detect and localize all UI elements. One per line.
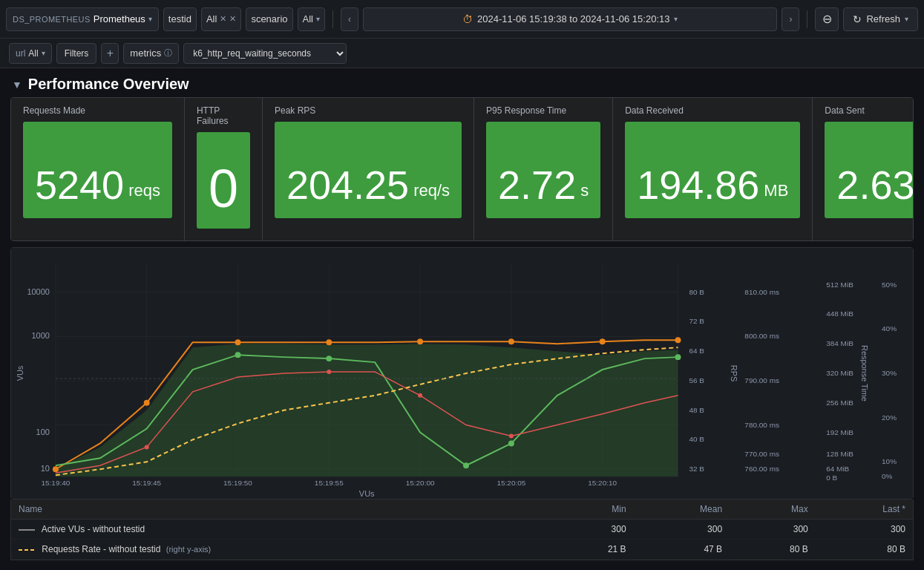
zoom-out-button[interactable]: ⊖	[815, 7, 839, 31]
svg-point-73	[418, 393, 422, 398]
main-chart-svg: 10000 1000 100 10 VUs 15:19:40 15:19:45 …	[11, 248, 913, 499]
add-filter-button[interactable]: +	[101, 43, 119, 64]
scenario-all-label: All	[303, 13, 313, 24]
svg-text:790.00 ms: 790.00 ms	[744, 376, 779, 384]
svg-text:20%: 20%	[882, 413, 897, 422]
stat-card-failures: HTTP Failures 0	[185, 98, 263, 240]
stat-card-p95: P95 Response Time 2.72 s	[474, 98, 613, 240]
svg-text:VUs: VUs	[16, 365, 24, 381]
refresh-button[interactable]: ↻ Refresh ▾	[843, 7, 918, 31]
svg-text:128 MiB: 128 MiB	[826, 450, 853, 458]
svg-text:Response Time: Response Time	[860, 345, 869, 402]
svg-text:10%: 10%	[882, 457, 897, 465]
svg-point-65	[675, 337, 681, 343]
bar-separator-1	[332, 10, 333, 28]
all-pill[interactable]: All ✕ ✕	[201, 7, 241, 31]
stat-inner-p95: 2.72 s	[486, 122, 600, 218]
ds-label: DS_PROMETHEUS	[13, 15, 91, 24]
stat-label-requests: Requests Made	[23, 105, 172, 116]
time-range-chevron: ▾	[674, 15, 678, 23]
row1-name: Active VUs - without testid	[11, 520, 548, 540]
svg-text:10: 10	[41, 464, 50, 473]
stat-unit-p95: s	[580, 181, 589, 200]
all-expand-icon[interactable]: ✕	[229, 14, 236, 24]
svg-text:56 B: 56 B	[689, 376, 704, 384]
col-name: Name	[11, 499, 548, 520]
testid-label: testid	[168, 13, 191, 24]
table-row[interactable]: Requests Rate - without testid (right y-…	[11, 540, 913, 560]
refresh-chevron: ▾	[905, 15, 908, 23]
svg-point-67	[326, 356, 332, 361]
stat-label-sent: Data Sent	[825, 105, 914, 116]
col-max: Max	[730, 499, 816, 520]
svg-text:770.00 ms: 770.00 ms	[744, 450, 779, 458]
stat-value-p95: 2.72	[498, 165, 576, 205]
all-label: All	[206, 13, 217, 24]
metrics-info-icon[interactable]: ⓘ	[164, 48, 172, 59]
scenario-label: scenario	[251, 13, 287, 24]
svg-text:15:19:50: 15:19:50	[223, 479, 252, 487]
svg-text:40 B: 40 B	[689, 435, 704, 443]
stat-inner-rps: 204.25 req/s	[275, 122, 462, 218]
scenario-all-pill[interactable]: All ▾	[298, 7, 325, 31]
metrics-label-segment: metrics ⓘ	[123, 43, 179, 64]
stat-label-failures: HTTP Failures	[197, 105, 250, 126]
stat-label-received: Data Received	[625, 105, 800, 116]
time-range-text: 2024-11-06 15:19:38 to 2024-11-06 15:20:…	[477, 13, 670, 24]
filters-button[interactable]: Filters	[56, 43, 97, 64]
time-nav-prev[interactable]: ‹	[341, 7, 358, 31]
url-chevron: ▾	[42, 49, 45, 57]
row1-max: 300	[730, 520, 816, 540]
svg-text:RPS: RPS	[730, 365, 738, 381]
datasource-selector[interactable]: DS_PROMETHEUS Prometheus ▾	[6, 7, 159, 31]
stat-value-sent: 2.63	[836, 165, 914, 205]
svg-point-62	[417, 338, 423, 344]
refresh-label: Refresh	[866, 13, 900, 24]
row1-last: 300	[816, 520, 913, 540]
svg-point-61	[326, 339, 332, 345]
stat-value-received: 194.86	[637, 165, 759, 205]
time-range-picker[interactable]: ⏱ 2024-11-06 15:19:38 to 2024-11-06 15:2…	[363, 7, 778, 31]
svg-text:48 B: 48 B	[689, 406, 704, 414]
col-mean: Mean	[634, 499, 730, 520]
stat-inner-received: 194.86 MB	[625, 122, 800, 218]
svg-text:0%: 0%	[882, 472, 893, 480]
stat-card-rps: Peak RPS 204.25 req/s	[263, 98, 474, 240]
svg-text:1000: 1000	[32, 331, 50, 340]
table-row[interactable]: Active VUs - without testid 300 300 300 …	[11, 520, 913, 540]
clock-icon: ⏱	[462, 13, 473, 25]
url-all-value: All	[28, 48, 38, 59]
svg-text:15:20:05: 15:20:05	[497, 479, 525, 487]
svg-point-60	[235, 339, 241, 345]
testid-pill[interactable]: testid	[163, 7, 197, 31]
scenario-chevron: ▾	[316, 15, 320, 23]
add-icon: +	[107, 47, 114, 60]
svg-text:15:19:55: 15:19:55	[315, 479, 344, 487]
scenario-pill[interactable]: scenario	[246, 7, 292, 31]
svg-text:32 B: 32 B	[689, 465, 704, 473]
filters-label: Filters	[65, 48, 89, 59]
svg-point-63	[508, 338, 514, 344]
svg-point-59	[144, 400, 150, 406]
stat-value-requests: 5240	[35, 165, 124, 205]
row2-name: Requests Rate - without testid (right y-…	[11, 540, 548, 560]
collapse-icon[interactable]: ▼	[12, 79, 22, 91]
stat-card-received: Data Received 194.86 MB	[613, 98, 813, 240]
row2-min: 21 B	[548, 540, 634, 560]
svg-point-69	[508, 440, 514, 446]
svg-text:320 MiB: 320 MiB	[826, 369, 853, 377]
row2-mean: 47 B	[634, 540, 730, 560]
time-nav-next[interactable]: ›	[782, 7, 799, 31]
svg-text:72 B: 72 B	[689, 317, 704, 325]
svg-point-58	[53, 466, 59, 472]
url-filter[interactable]: url All ▾	[9, 43, 52, 64]
svg-text:10000: 10000	[27, 287, 49, 296]
stat-inner-sent: 2.63 MB	[825, 122, 914, 218]
svg-text:780.00 ms: 780.00 ms	[744, 421, 779, 429]
col-min: Min	[548, 499, 634, 520]
metrics-select[interactable]: k6_http_req_waiting_seconds	[183, 43, 347, 64]
all-close-icon[interactable]: ✕	[220, 14, 226, 24]
svg-text:15:19:45: 15:19:45	[132, 479, 161, 487]
svg-text:50%: 50%	[882, 281, 897, 289]
svg-text:760.00 ms: 760.00 ms	[744, 465, 779, 473]
